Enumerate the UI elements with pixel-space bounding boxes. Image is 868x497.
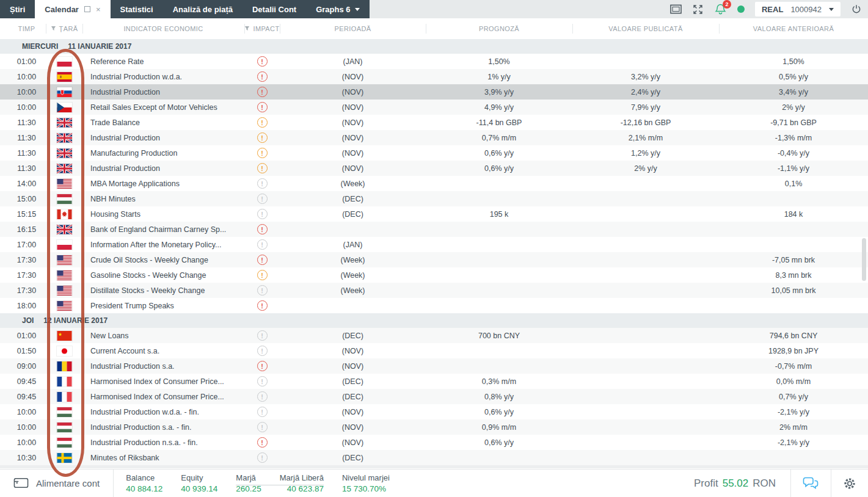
- calendar-row[interactable]: 09:45Harmonised Index of Consumer Price.…: [0, 389, 868, 404]
- close-icon[interactable]: ×: [96, 5, 101, 13]
- column-header-forecast: PROGNOZĂ: [426, 18, 572, 39]
- deposit-funds-button[interactable]: Alimentare cont: [0, 470, 114, 497]
- event-indicator: Current Account s.a.: [82, 343, 244, 358]
- calendar-row[interactable]: 10:00Industrial Production!(NOV)3,9% y/y…: [0, 84, 868, 100]
- calendar-row[interactable]: 01:50Current Account s.a.!(NOV)1928,9 bn…: [0, 343, 868, 358]
- calendar-row[interactable]: 10:30Minutes of Riksbank!(DEC): [0, 450, 868, 465]
- country-cell: [46, 298, 82, 313]
- event-published: [572, 222, 719, 237]
- event-previous: -2,1% y/y: [719, 404, 868, 419]
- calendar-row[interactable]: 10:00Industrial Production n.s.a. - fin.…: [0, 435, 868, 450]
- event-indicator: Industrial Production: [82, 161, 244, 176]
- flag-se-icon: [57, 453, 72, 463]
- event-time: 17:30: [0, 283, 46, 298]
- event-indicator: Industrial Production n.s.a. - fin.: [82, 435, 244, 450]
- calendar-row[interactable]: 10:00Retail Sales Except of Motor Vehicl…: [0, 100, 868, 115]
- event-indicator: Trade Balance: [82, 115, 244, 130]
- calendar-row[interactable]: 11:30Manufacturing Production!(NOV)0,6% …: [0, 145, 868, 161]
- flag-hu-icon: [57, 194, 72, 204]
- event-indicator: Information After the Monetary Policy...: [82, 237, 244, 252]
- event-previous: -0,7% m/m: [719, 358, 868, 374]
- country-cell: [46, 145, 82, 161]
- tab-detalii-cont[interactable]: Detalii Cont: [243, 0, 306, 18]
- calendar-row[interactable]: 11:30Trade Balance!(NOV)-11,4 bn GBP-12,…: [0, 115, 868, 130]
- impact-cell: !: [244, 358, 280, 374]
- settings-gear-icon[interactable]: [831, 470, 868, 497]
- calendar-row[interactable]: 01:00New Loans!(DEC)700 bn CNY794,6 bn C…: [0, 328, 868, 343]
- calendar-row[interactable]: 17:00Information After the Monetary Poli…: [0, 237, 868, 252]
- account-number: 1000942: [790, 5, 822, 14]
- country-cell: [46, 358, 82, 374]
- calendar-row[interactable]: 16:15Bank of England Chairman Carney Sp.…: [0, 222, 868, 237]
- event-published: [572, 54, 719, 69]
- event-indicator: Industrial Production w.d.a.: [82, 69, 244, 84]
- column-header-previous: VALOARE ANTERIOARĂ: [719, 18, 868, 39]
- event-previous: 0,7% y/y: [719, 389, 868, 404]
- event-published: [572, 252, 719, 267]
- scrollbar-thumb[interactable]: [862, 238, 866, 281]
- event-indicator: Manufacturing Production: [82, 145, 244, 161]
- tab-statistici[interactable]: Statistici: [111, 0, 163, 18]
- calendar-row[interactable]: 01:00Reference Rate!(JAN)1,50%1,50%: [0, 54, 868, 69]
- calendar-row[interactable]: 10:00Industrial Production s.a. - fin.!(…: [0, 419, 868, 435]
- stat-label: Marjă Liberă: [280, 474, 324, 482]
- notifications-bell-icon[interactable]: 2: [714, 3, 727, 16]
- impact-cell: !: [244, 343, 280, 358]
- event-period: (Week): [280, 252, 426, 267]
- impact-low-icon: !: [257, 422, 268, 432]
- table-bottom-strip: [0, 465, 868, 468]
- calendar-row[interactable]: 10:00Industrial Production w.d.a.!(NOV)1…: [0, 69, 868, 84]
- event-forecast: 0,6% y/y: [426, 435, 572, 450]
- power-logout-icon[interactable]: [851, 4, 862, 15]
- stat-label: Marjă: [236, 474, 261, 482]
- impact-low-icon: !: [257, 346, 268, 356]
- calendar-row[interactable]: 15:00NBH Minutes!(DEC): [0, 191, 868, 206]
- event-previous: 2% y/y: [719, 100, 868, 115]
- calendar-row[interactable]: 09:00Industrial Production s.a.!(NOV)-0,…: [0, 358, 868, 374]
- chevron-down-icon: [355, 8, 360, 11]
- stat-value: 40 884.12: [126, 485, 162, 493]
- calendar-row[interactable]: 17:30Crude Oil Stocks - Weekly Change!(W…: [0, 252, 868, 267]
- calendar-row[interactable]: 11:30Industrial Production!(NOV)0,7% m/m…: [0, 130, 868, 145]
- account-selector[interactable]: REAL 1000942: [755, 2, 841, 16]
- column-label: IMPACT: [253, 25, 279, 32]
- event-indicator: Gasoline Stocks - Weekly Change: [82, 267, 244, 283]
- event-period: (DEC): [280, 389, 426, 404]
- chat-icon[interactable]: [791, 470, 831, 497]
- event-time: 01:00: [0, 54, 46, 69]
- stat-label: Nivelul marjei: [342, 474, 390, 482]
- fullscreen-expand-icon[interactable]: [692, 4, 704, 15]
- tab-analiz-de-pia[interactable]: Analiză de piață: [163, 0, 243, 18]
- calendar-row[interactable]: 17:30Distillate Stocks - Weekly Change!(…: [0, 283, 868, 298]
- impact-low-icon: !: [257, 452, 268, 463]
- calendar-row[interactable]: 09:45Harmonised Index of Consumer Price.…: [0, 374, 868, 389]
- scrollbar[interactable]: [862, 39, 867, 466]
- tab-tiri[interactable]: Știri: [0, 0, 35, 18]
- event-published: [572, 267, 719, 283]
- impact-low-icon: !: [257, 376, 268, 386]
- impact-cell: !: [244, 283, 280, 298]
- calendar-row[interactable]: 17:30Gasoline Stocks - Weekly Change!(We…: [0, 267, 868, 283]
- restore-window-icon[interactable]: [84, 6, 90, 12]
- calendar-row[interactable]: 10:00Industrial Production w.d.a. - fin.…: [0, 404, 868, 419]
- event-indicator: Bank of England Chairman Carney Sp...: [82, 222, 244, 237]
- event-indicator: Industrial Production: [82, 84, 244, 100]
- event-forecast: 0,6% y/y: [426, 145, 572, 161]
- calendar-row[interactable]: 15:15Housing Starts!(DEC)195 k184 k: [0, 206, 868, 222]
- impact-low-icon: !: [257, 239, 268, 250]
- country-cell: [46, 69, 82, 84]
- calendar-row[interactable]: 18:00President Trump Speaks!: [0, 298, 868, 313]
- window-layout-icon[interactable]: [670, 4, 682, 14]
- event-previous: 10,05 mn brk: [719, 283, 868, 298]
- event-previous: 0,0% m/m: [719, 374, 868, 389]
- impact-high-icon: !: [257, 437, 268, 448]
- tab-calendar[interactable]: Calendar×: [35, 0, 110, 18]
- country-cell: [46, 237, 82, 252]
- calendar-row[interactable]: 14:00MBA Mortage Applications!(Week)0,1%: [0, 176, 868, 191]
- column-header-impact[interactable]: IMPACT: [244, 18, 280, 39]
- tab-graphs-6[interactable]: Graphs 6: [306, 0, 369, 18]
- event-period: (NOV): [280, 343, 426, 358]
- calendar-row[interactable]: 11:30Industrial Production!(NOV)0,6% y/y…: [0, 161, 868, 176]
- event-previous: -1,3% m/m: [719, 130, 868, 145]
- column-header-country[interactable]: ȚARĂ: [46, 18, 82, 39]
